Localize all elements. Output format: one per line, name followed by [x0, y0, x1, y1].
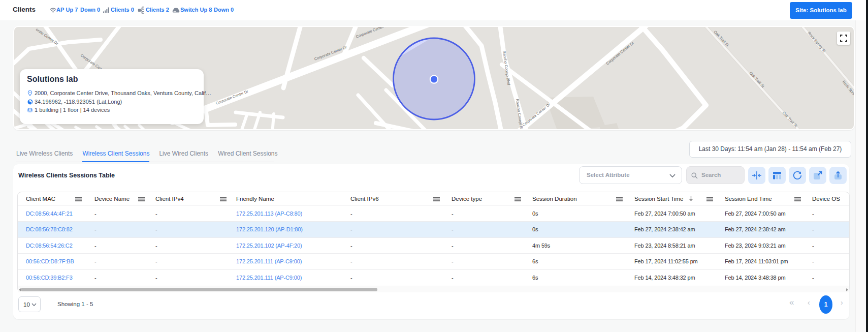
svg-text:Corporate Center Dr: Corporate Center Dr [522, 102, 552, 127]
svg-text:Oak Trail St: Oak Trail St [782, 110, 799, 128]
svg-text:Oak Trail St: Oak Trail St [749, 71, 766, 88]
svg-text:Rock Spring St: Rock Spring St [807, 31, 827, 54]
svg-text:Rock Spring St: Rock Spring St [841, 80, 854, 103]
svg-text:Corporate Cen: Corporate Cen [80, 53, 103, 71]
